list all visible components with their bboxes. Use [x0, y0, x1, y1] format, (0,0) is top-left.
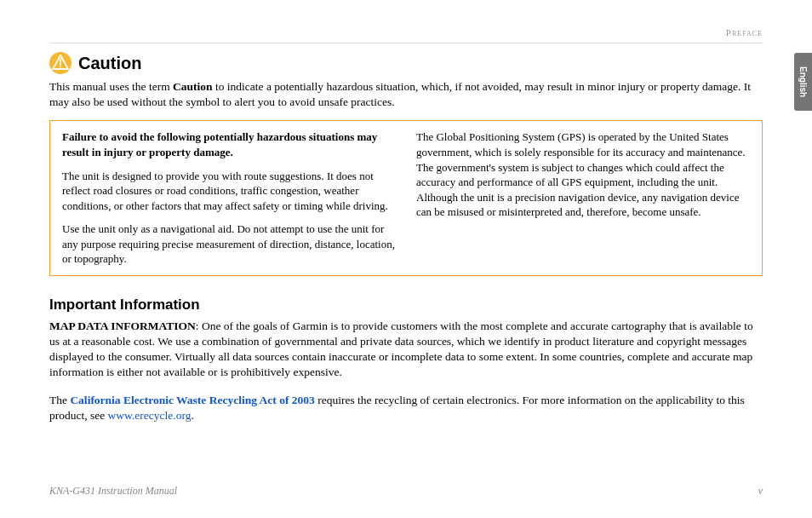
caution-left-column: Failure to avoid the following potential… [62, 130, 396, 266]
caution-intro-bold: Caution [173, 80, 213, 93]
caution-header: Caution [49, 52, 763, 74]
top-divider [49, 43, 763, 43]
important-info-title: Important Information [49, 296, 763, 314]
caution-right-column: The Global Positioning System (GPS) is o… [416, 130, 750, 266]
mapdata-label: MAP DATA INFORMATION [49, 319, 196, 332]
recycle-paragraph: The California Electronic Waste Recyclin… [49, 393, 763, 423]
caution-right-p1: The Global Positioning System (GPS) is o… [416, 130, 750, 219]
warning-triangle-icon [49, 52, 71, 74]
caution-left-p2: The unit is designed to provide you with… [62, 169, 396, 214]
section-label: Preface [726, 27, 763, 37]
caution-warning-bold: Failure to avoid the following potential… [62, 130, 377, 158]
document-page: Preface English Caution This manual uses… [0, 0, 812, 518]
footer-manual-name: KNA-G431 Instruction Manual [49, 485, 177, 498]
recycle-post: . [191, 409, 193, 422]
recycle-act-link[interactable]: California Electronic Waste Recycling Ac… [70, 394, 314, 406]
page-footer: KNA-G431 Instruction Manual v [49, 485, 763, 498]
caution-box: Failure to avoid the following potential… [49, 120, 763, 275]
svg-point-2 [60, 66, 61, 68]
caution-left-p3: Use the unit only as a navigational aid.… [62, 222, 396, 267]
recycle-pre: The [49, 394, 70, 406]
caution-intro-text: This manual uses the term Caution to ind… [49, 79, 763, 110]
footer-page-number: v [758, 485, 763, 498]
mapdata-paragraph: MAP DATA INFORMATION: One of the goals o… [49, 319, 763, 381]
caution-title: Caution [78, 54, 141, 73]
language-tab[interactable]: English [794, 53, 812, 111]
recycle-url-link[interactable]: www.erecycle.org [108, 409, 192, 422]
caution-intro-pre: This manual uses the term [49, 80, 173, 93]
